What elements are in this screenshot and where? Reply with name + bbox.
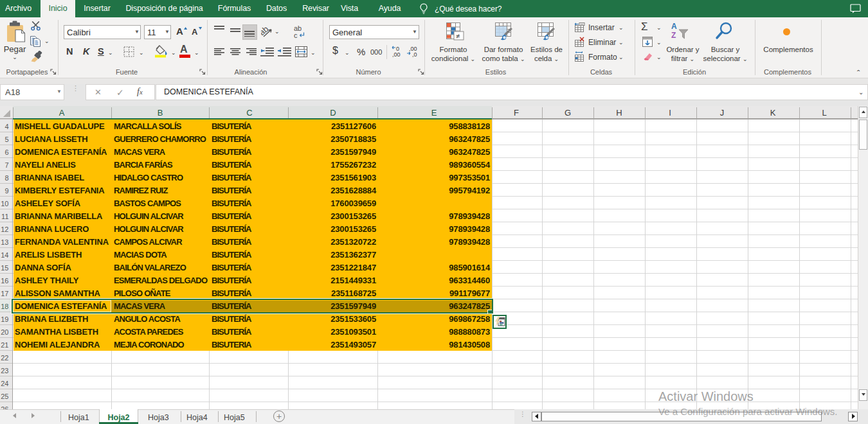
svg-text:A: A <box>192 27 198 37</box>
svg-text:c: c <box>294 31 298 39</box>
svg-text:A: A <box>671 22 677 31</box>
svg-text:ab: ab <box>261 24 270 37</box>
svg-text:A: A <box>176 26 183 37</box>
svg-text:Z: Z <box>671 31 676 40</box>
svg-text:≠: ≠ <box>456 32 460 40</box>
svg-text:,00: ,00 <box>392 51 401 58</box>
